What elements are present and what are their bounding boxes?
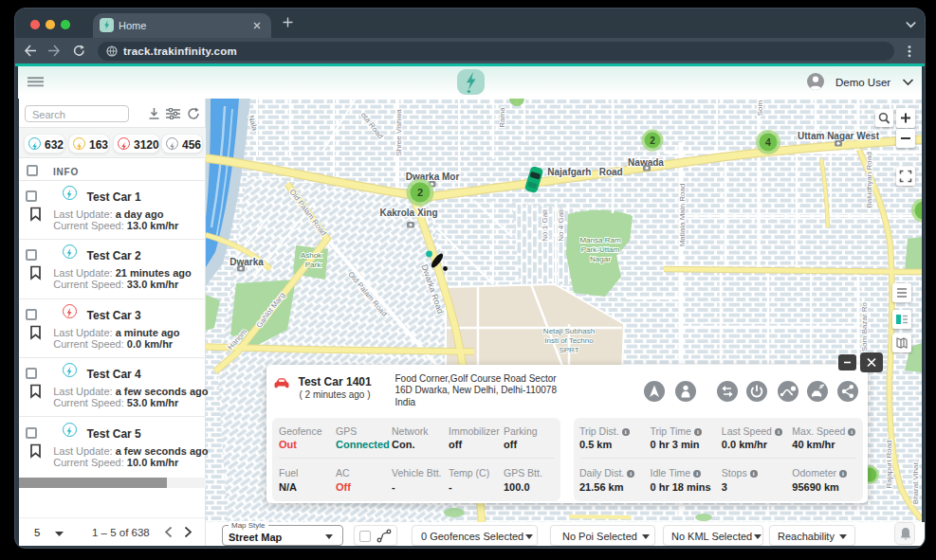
svg-text:SPRT: SPRT [559,346,578,354]
svg-text:Som: Som [756,99,764,116]
svg-text:Insti of Techno: Insti of Techno [544,336,594,345]
svg-text:Shree Vishwa: Shree Vishwa [395,109,403,156]
svg-text:Park-Uttam: Park-Uttam [581,245,620,254]
svg-text:Matiala Main Road: Matiala Main Road [678,184,687,247]
svg-text:No 4 Gali: No 4 Gali [557,209,565,242]
svg-text:Najafgarh Road: Najafgarh Road [547,167,622,177]
svg-text:Nagar: Nagar [590,255,611,263]
svg-text:Park: Park [305,261,321,269]
svg-text:Bharat Vihar: Bharat Vihar [911,462,920,505]
svg-text:2: 2 [650,135,655,146]
svg-text:Netaji Subhash: Netaji Subhash [543,327,595,335]
svg-text:Mansa Ram: Mansa Ram [579,236,620,244]
svg-text:Som Bazar Ro: Som Bazar Ro [860,301,869,352]
svg-text:Ashok: Ashok [301,251,322,260]
svg-text:Baludhyan Road: Baludhyan Road [865,152,873,208]
svg-text:Rajapuri Road: Rajapuri Road [885,440,893,488]
svg-text:4: 4 [765,136,771,148]
svg-text:Rama: Rama [498,107,506,128]
svg-text:2: 2 [417,187,423,198]
svg-text:No 1 Gali: No 1 Gali [541,209,549,242]
svg-text:Kakrola Xing: Kakrola Xing [379,208,437,218]
svg-text:Dwarka: Dwarka [229,257,264,267]
svg-text:Uttam Nagar West: Uttam Nagar West [798,131,880,141]
